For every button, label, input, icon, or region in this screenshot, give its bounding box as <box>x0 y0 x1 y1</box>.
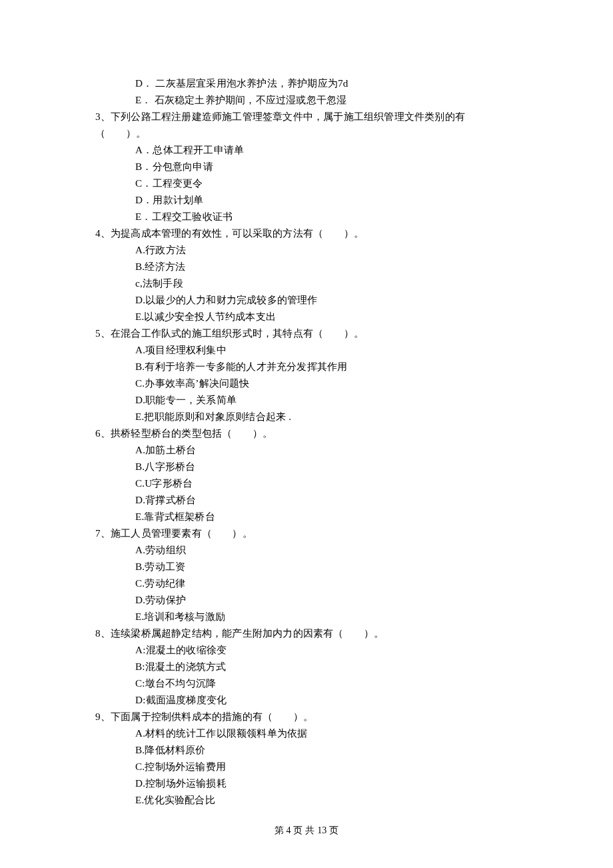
document-page: D． 二灰基层宜采用泡水养护法，养护期应为7d E． 石灰稳定土养护期间，不应过… <box>0 0 613 868</box>
q4-opt-d: D.以最少的人力和财力完成较多的管理作 <box>95 291 533 308</box>
q6-opt-d: D.背撑式桥台 <box>95 491 533 508</box>
q8-opt-a: A:混凝土的收缩徐变 <box>95 641 533 658</box>
q6-opt-c: C.U字形桥台 <box>95 475 533 491</box>
q8-opt-b: B:混凝土的浇筑方式 <box>95 658 533 675</box>
footer-middle: 页 共 <box>291 825 318 835</box>
footer-page-total: 13 <box>317 825 326 835</box>
q6-opt-b: B.八字形桥台 <box>95 458 533 475</box>
q5-opt-a: A.项目经理权利集中 <box>95 341 533 358</box>
q7-opt-c: C.劳动纪律 <box>95 575 533 591</box>
q4-opt-b: B.经济方法 <box>95 258 533 275</box>
question-9-stem: 9、下面属于控制供料成本的措施的有（ ）。 <box>95 708 533 725</box>
question-3-stem: 3、下列公路工程注册建造师施工管理签章文件中，属于施工组织管理文件类别的有 <box>95 108 533 125</box>
q9-opt-d: D.控制场外运输损耗 <box>95 775 533 791</box>
q5-opt-e: E.把职能原则和对象原则结合起来 . <box>95 408 533 425</box>
footer-suffix: 页 <box>327 825 339 835</box>
q9-opt-e: E.优化实验配合比 <box>95 791 533 808</box>
question-6-stem: 6、拱桥轻型桥台的类型包括（ ）。 <box>95 425 533 441</box>
q4-opt-a: A.行政方法 <box>95 241 533 258</box>
q9-opt-b: B.降低材料原价 <box>95 741 533 758</box>
page-footer: 第 4 页 共 13 页 <box>0 822 613 839</box>
footer-page-current: 4 <box>286 825 291 835</box>
q5-opt-d: D.职能专一，关系简单 <box>95 391 533 408</box>
q3-opt-d: D．用款计划单 <box>95 191 533 208</box>
q6-opt-a: A.加筋土桥台 <box>95 441 533 458</box>
q8-opt-c: C:墩台不均匀沉降 <box>95 675 533 691</box>
q6-opt-e: E.靠背式框架桥台 <box>95 508 533 525</box>
q5-opt-c: C.办事效率高’解决问题快 <box>95 375 533 391</box>
q9-opt-a: A.材料的统计工作以限额领料单为依据 <box>95 725 533 741</box>
footer-prefix: 第 <box>275 825 287 835</box>
q3-opt-c: C．工程变更令 <box>95 175 533 191</box>
q3-opt-a: A．总体工程开工申请单 <box>95 141 533 158</box>
q7-opt-e: E.培训和考核与激励 <box>95 608 533 625</box>
q4-opt-e: E.以减少安全投人节约成本支出 <box>95 308 533 325</box>
question-7-stem: 7、施工人员管理要素有（ ）。 <box>95 525 533 541</box>
option-e: E． 石灰稳定土养护期间，不应过湿或忽干忽湿 <box>95 91 533 108</box>
q9-opt-c: C.控制场外运输费用 <box>95 758 533 775</box>
question-3-stem-cont: （ ）。 <box>95 125 533 141</box>
q8-opt-d: D:截面温度梯度变化 <box>95 691 533 708</box>
q7-opt-d: D.劳动保护 <box>95 591 533 608</box>
question-8-stem: 8、连续梁桥属超静定结构，能产生附加内力的因素有（ ）。 <box>95 625 533 641</box>
option-d: D． 二灰基层宜采用泡水养护法，养护期应为7d <box>95 75 533 91</box>
question-5-stem: 5、在混合工作队式的施工组织形式时，其特点有（ ）。 <box>95 325 533 341</box>
q7-opt-a: A.劳动组织 <box>95 541 533 558</box>
q7-opt-b: B.劳动工资 <box>95 558 533 575</box>
question-4-stem: 4、为提高成本管理的有效性，可以采取的方法有（ ）。 <box>95 225 533 241</box>
q3-opt-e: E．工程交工验收证书 <box>95 208 533 225</box>
q3-opt-b: B．分包意向申请 <box>95 158 533 175</box>
q5-opt-b: B.有利于培养一专多能的人才并充分发挥其作用 <box>95 358 533 375</box>
q4-opt-c: c,法制手段 <box>95 275 533 291</box>
